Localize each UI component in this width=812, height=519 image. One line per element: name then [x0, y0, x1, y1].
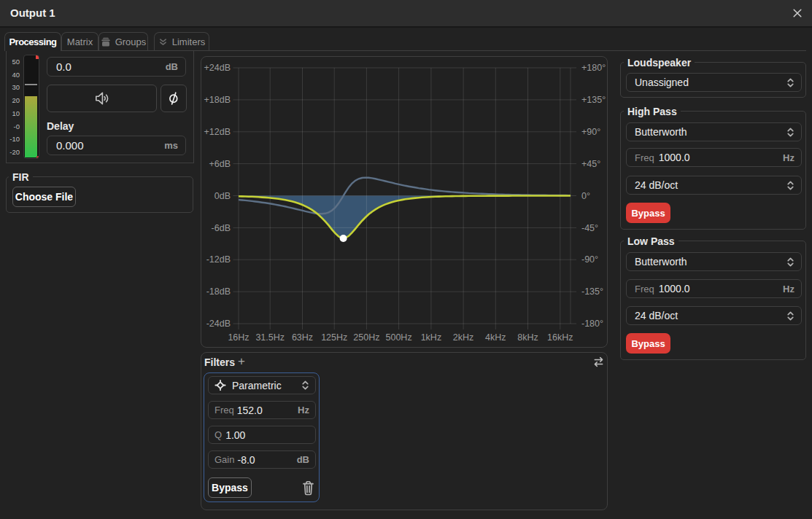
svg-text:+12dB: +12dB — [204, 127, 231, 137]
svg-text:31.5Hz: 31.5Hz — [255, 332, 285, 343]
svg-text:16Hz: 16Hz — [228, 332, 249, 343]
svg-text:16kHz: 16kHz — [547, 332, 573, 343]
svg-text:-45°: -45° — [581, 223, 598, 233]
svg-text:+180°: +180° — [581, 63, 606, 73]
svg-text:-180°: -180° — [581, 319, 603, 329]
svg-text:63Hz: 63Hz — [292, 332, 313, 343]
svg-text:+18dB: +18dB — [204, 95, 231, 105]
svg-text:+24dB: +24dB — [204, 63, 231, 73]
svg-text:-90°: -90° — [581, 254, 598, 265]
svg-text:-6dB: -6dB — [212, 223, 231, 233]
svg-text:+135°: +135° — [581, 95, 606, 105]
svg-text:0dB: 0dB — [214, 191, 231, 201]
svg-text:-12dB: -12dB — [206, 254, 231, 265]
svg-text:+6dB: +6dB — [209, 159, 231, 169]
svg-text:+45°: +45° — [581, 159, 600, 169]
svg-text:4kHz: 4kHz — [485, 332, 506, 343]
svg-text:1kHz: 1kHz — [421, 332, 441, 343]
svg-text:250Hz: 250Hz — [353, 332, 379, 343]
svg-text:-24dB: -24dB — [206, 319, 231, 329]
svg-text:2kHz: 2kHz — [453, 332, 473, 343]
svg-text:8kHz: 8kHz — [517, 332, 538, 343]
svg-text:-135°: -135° — [581, 286, 603, 297]
svg-text:125Hz: 125Hz — [321, 332, 347, 343]
svg-text:500Hz: 500Hz — [386, 332, 412, 343]
svg-text:0°: 0° — [581, 191, 590, 201]
svg-text:+90°: +90° — [581, 127, 600, 137]
svg-text:-18dB: -18dB — [206, 286, 231, 297]
